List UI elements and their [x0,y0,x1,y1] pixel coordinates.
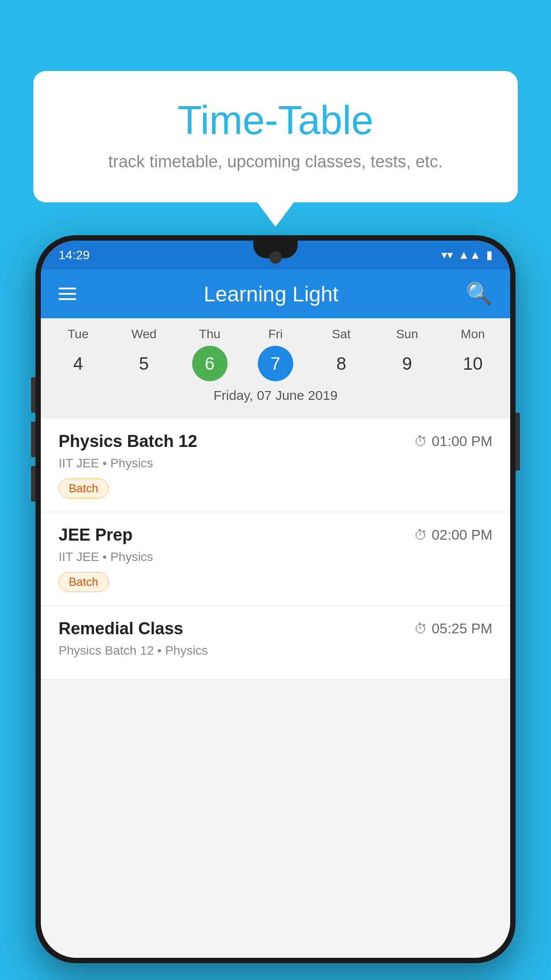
status-time: 14:29 [59,248,90,262]
schedule-title-3: Remedial Class [59,619,183,638]
front-camera [269,251,282,264]
menu-button[interactable] [59,288,76,300]
schedule-subtitle-3: Physics Batch 12 • Physics [59,644,492,658]
bubble-title: Time-Table [69,98,482,143]
power-button [516,413,520,470]
day-labels: Tue Wed Thu Fri Sat Sun Mon [41,327,510,341]
schedule-list: Physics Batch 12 ⏱ 01:00 PM IIT JEE • Ph… [41,419,510,680]
bubble-subtitle: track timetable, upcoming classes, tests… [69,152,482,171]
phone-screen: 14:29 ▾▾ ▲▲ ▮ Learning Light 🔍 [41,241,510,958]
phone-frame: 14:29 ▾▾ ▲▲ ▮ Learning Light 🔍 [35,235,516,963]
day-label-mon: Mon [440,327,506,341]
day-7-selected[interactable]: 7 [258,346,293,381]
schedule-title-1: Physics Batch 12 [59,432,197,451]
signal-icon: ▲▲ [458,248,481,262]
batch-badge-1: Batch [59,478,109,498]
day-4[interactable]: 4 [60,346,96,381]
schedule-time-2: ⏱ 02:00 PM [414,527,492,543]
day-label-fri: Fri [243,327,308,341]
clock-icon-3: ⏱ [414,621,427,636]
schedule-item-1[interactable]: Physics Batch 12 ⏱ 01:00 PM IIT JEE • Ph… [41,419,510,512]
silent-button [31,466,35,502]
selected-date: Friday, 07 June 2019 [41,381,510,412]
schedule-time-3: ⏱ 05:25 PM [414,620,492,637]
day-8[interactable]: 8 [323,346,359,381]
schedule-subtitle-2: IIT JEE • Physics [59,550,492,564]
battery-icon: ▮ [486,248,492,262]
clock-icon-1: ⏱ [414,434,427,449]
day-label-sun: Sun [374,327,440,341]
day-9[interactable]: 9 [390,346,425,381]
calendar-strip: Tue Wed Thu Fri Sat Sun Mon 4 5 6 7 8 9 … [41,318,510,419]
schedule-subtitle-1: IIT JEE • Physics [59,456,492,470]
day-label-tue: Tue [45,327,111,341]
day-numbers: 4 5 6 7 8 9 10 [41,346,510,381]
schedule-time-1: ⏱ 01:00 PM [414,433,492,450]
schedule-item-2[interactable]: JEE Prep ⏱ 02:00 PM IIT JEE • Physics Ba… [41,512,510,606]
day-6-today[interactable]: 6 [192,346,228,381]
schedule-item-3[interactable]: Remedial Class ⏱ 05:25 PM Physics Batch … [41,606,510,680]
volume-up-button [31,377,35,413]
day-5[interactable]: 5 [126,346,161,381]
day-label-wed: Wed [111,327,177,341]
batch-badge-2: Batch [59,572,109,592]
day-label-thu: Thu [177,327,243,341]
clock-icon-2: ⏱ [414,528,427,543]
day-10[interactable]: 10 [455,346,491,381]
schedule-title-2: JEE Prep [59,526,133,545]
volume-down-button [31,422,35,457]
phone-wrapper: 14:29 ▾▾ ▲▲ ▮ Learning Light 🔍 [35,235,516,980]
phone-notch [253,241,298,258]
speech-bubble: Time-Table track timetable, upcoming cla… [33,71,518,202]
app-title: Learning Light [204,282,338,306]
app-bar: Learning Light 🔍 [41,269,510,318]
status-icons: ▾▾ ▲▲ ▮ [441,248,492,262]
search-button[interactable]: 🔍 [466,281,492,306]
wifi-icon: ▾▾ [441,248,453,262]
day-label-sat: Sat [308,327,374,341]
